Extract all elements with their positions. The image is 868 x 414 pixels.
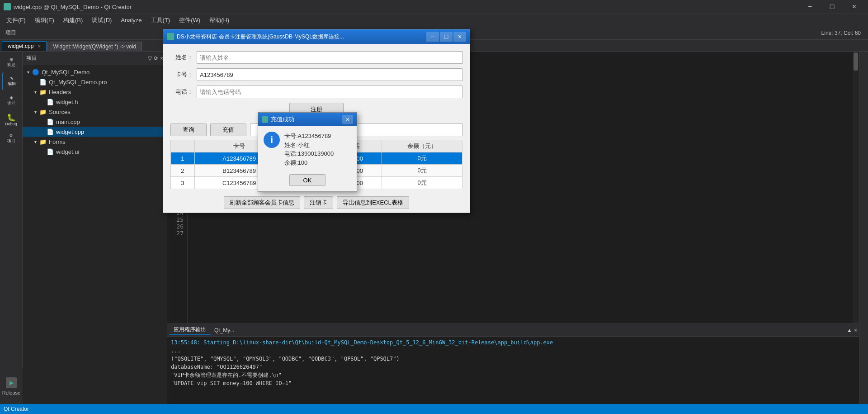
- tree-widget-ui[interactable]: 📄 widget.ui: [23, 147, 167, 157]
- right-panel: [859, 52, 868, 414]
- qt-form: 姓名： 卡号： 电话： 注册: [163, 44, 470, 124]
- main-cpp-label: main.cpp: [56, 119, 80, 125]
- msg-ok-btn[interactable]: OK: [289, 174, 326, 186]
- tree-pro-file[interactable]: 📄 Qt_MySQL_Demo.pro: [23, 77, 167, 87]
- root-icon: 🔵: [32, 68, 40, 76]
- cell-num-1: 1: [171, 152, 195, 165]
- maximize-btn[interactable]: □: [822, 0, 842, 14]
- col-balance: 余额（元）: [382, 140, 462, 152]
- name-input[interactable]: [197, 51, 462, 64]
- phone-row: 电话：: [170, 86, 462, 98]
- minimize-btn[interactable]: −: [800, 0, 820, 14]
- main-cpp-icon: 📄: [46, 118, 54, 126]
- qt-app-title-text: DS小龙哥资料店-会员卡注册管理系统(GaussDB-MySQL数据库连接...: [177, 33, 426, 41]
- menu-build[interactable]: 构建(B): [59, 15, 87, 25]
- bottom-tab-sub: Qt_My...: [211, 327, 238, 333]
- menu-widget[interactable]: 控件(W): [175, 15, 205, 25]
- query-btn[interactable]: 查询: [170, 124, 207, 136]
- qt-bottom-btns: 刷新全部顾客会员卡信息 注销卡 导出信息到EXECL表格: [163, 193, 470, 213]
- close-btn[interactable]: ×: [844, 0, 864, 14]
- output-line-1: 13:55:48: Starting D:\linux-share-dir\Qt…: [171, 338, 855, 347]
- widget-cpp-icon: 📄: [46, 128, 54, 136]
- refresh-btn[interactable]: 刷新全部顾客会员卡信息: [224, 196, 300, 209]
- sources-arrow: ▾: [32, 108, 39, 115]
- cell-balance-3: 0元: [382, 177, 462, 189]
- editor-scrollbar[interactable]: [853, 52, 859, 324]
- sources-folder-icon: 📁: [39, 108, 47, 116]
- menu-file[interactable]: 文件(F): [2, 15, 30, 25]
- debug-label: Debug: [5, 122, 17, 126]
- qt-minimize-btn[interactable]: −: [426, 32, 439, 42]
- charge-btn[interactable]: 充值: [210, 124, 246, 136]
- menu-analyze[interactable]: Analyze: [116, 16, 146, 24]
- tree-widget-h[interactable]: 📄 widget.h: [23, 97, 167, 107]
- output-line-3: ("QSQLITE", "QMYSQL", "QMYSQL3", "QODBC"…: [171, 355, 855, 363]
- tab-widget-constructor[interactable]: Widget::Widget(QWidget *) -> void: [47, 42, 142, 51]
- name-label: 姓名：: [170, 53, 193, 62]
- menu-edit[interactable]: 编辑(E): [30, 15, 59, 25]
- tree-root[interactable]: ▾ 🔵 Qt_MySQL_Demo: [23, 67, 167, 77]
- sidebar-item-edit[interactable]: ✎ 编辑: [2, 72, 20, 90]
- qt-maximize-btn[interactable]: □: [440, 32, 453, 42]
- bottom-output-content[interactable]: 13:55:48: Starting D:\linux-share-dir\Qt…: [167, 337, 859, 409]
- edit-icon: ✎: [10, 76, 14, 81]
- debug-icon: 🐛: [7, 113, 16, 122]
- qt-close-btn[interactable]: ×: [453, 32, 466, 42]
- sidebar-item-project[interactable]: ⚙ 项目: [2, 129, 20, 148]
- tab-close-widget-cpp[interactable]: ×: [38, 44, 41, 49]
- welcome-label: 欢迎: [7, 62, 15, 68]
- release-area[interactable]: ▶ Release: [0, 368, 23, 404]
- output-line-4: databaseName: "QQ1126626497": [171, 363, 855, 371]
- status-bar: Qt Creator: [0, 404, 868, 414]
- msg-text-content: 卡号:A123456789 姓名:小红 电话:13900139000 余额:10…: [284, 132, 334, 167]
- sidebar-item-welcome[interactable]: ⊞ 欢迎: [2, 53, 20, 71]
- msg-info-symbol: i: [270, 134, 273, 146]
- menu-debug[interactable]: 调试(D): [87, 15, 116, 25]
- panel-sync-btn[interactable]: ⟳: [154, 55, 158, 62]
- design-icon: ◈: [9, 95, 13, 100]
- headers-arrow: ▾: [32, 88, 39, 95]
- bottom-tab-output[interactable]: 应用程序输出: [169, 325, 211, 335]
- phone-label: 电话：: [170, 88, 193, 96]
- project-tree: ▾ 🔵 Qt_MySQL_Demo 📄 Qt_MySQL_Demo.pro ▾ …: [23, 65, 167, 414]
- qt-app-controls: − □ ×: [426, 32, 466, 42]
- tree-main-cpp[interactable]: 📄 main.cpp: [23, 117, 167, 127]
- card-row: 卡号：: [170, 68, 462, 81]
- cancel-card-btn[interactable]: 注销卡: [304, 196, 333, 209]
- menu-bar: 文件(F) 编辑(E) 构建(B) 调试(D) Analyze 工具(T) 控件…: [0, 14, 868, 26]
- output-line-2: ...: [171, 347, 855, 355]
- cell-balance-1: 0元: [382, 152, 462, 165]
- msg-line-1: 卡号:A123456789: [284, 132, 334, 141]
- forms-folder-label: Forms: [49, 138, 66, 145]
- project-panel: 项目 ▽ ⟳ × ▾ 🔵 Qt_MySQL_Demo 📄 Qt_MySQL_De…: [23, 52, 167, 414]
- tree-headers-folder[interactable]: ▾ 📁 Headers: [23, 87, 167, 97]
- export-btn[interactable]: 导出信息到EXECL表格: [337, 196, 409, 209]
- phone-input[interactable]: [197, 86, 462, 98]
- window-title: widget.cpp @ Qt_MySQL_Demo - Qt Creator: [14, 4, 800, 10]
- msg-dialog: 充值成功 × i 卡号:A123456789 姓名:小红 电话:13900139…: [258, 112, 357, 192]
- cell-num-3: 3: [171, 177, 195, 189]
- bottom-panel-tabs: 应用程序输出 Qt_My... ▲ ×: [167, 324, 859, 337]
- sidebar-item-design[interactable]: ◈ 设计: [2, 91, 20, 109]
- sidebar-item-debug[interactable]: 🐛 Debug: [2, 110, 20, 128]
- card-label: 卡号：: [170, 71, 193, 79]
- cell-balance-2: 0元: [382, 165, 462, 177]
- menu-tools[interactable]: 工具(T): [146, 15, 175, 25]
- tab-label-widget-cpp: widget.cpp: [8, 43, 33, 49]
- menu-help[interactable]: 帮助(H): [205, 15, 234, 25]
- bottom-panel-up-btn[interactable]: ▲: [847, 327, 852, 333]
- pro-file-icon: 📄: [39, 78, 47, 86]
- panel-filter-btn[interactable]: ▽: [148, 55, 152, 62]
- tab-widget-cpp[interactable]: widget.cpp ×: [2, 41, 47, 51]
- msg-line-2: 姓名:小红: [284, 141, 334, 150]
- card-input[interactable]: [197, 68, 462, 81]
- pro-file-label: Qt_MySQL_Demo.pro: [49, 79, 107, 86]
- tree-sources-folder[interactable]: ▾ 📁 Sources: [23, 107, 167, 117]
- line-col: Line: 37, Col: 60: [816, 30, 866, 36]
- msg-close-btn[interactable]: ×: [342, 115, 353, 124]
- bottom-panel-close-btn[interactable]: ×: [854, 327, 857, 333]
- window-controls: − □ ×: [800, 0, 864, 14]
- tree-widget-cpp[interactable]: 📄 widget.cpp: [23, 127, 167, 137]
- root-label: Qt_MySQL_Demo: [42, 69, 90, 76]
- tree-forms-folder[interactable]: ▾ 📁 Forms: [23, 137, 167, 147]
